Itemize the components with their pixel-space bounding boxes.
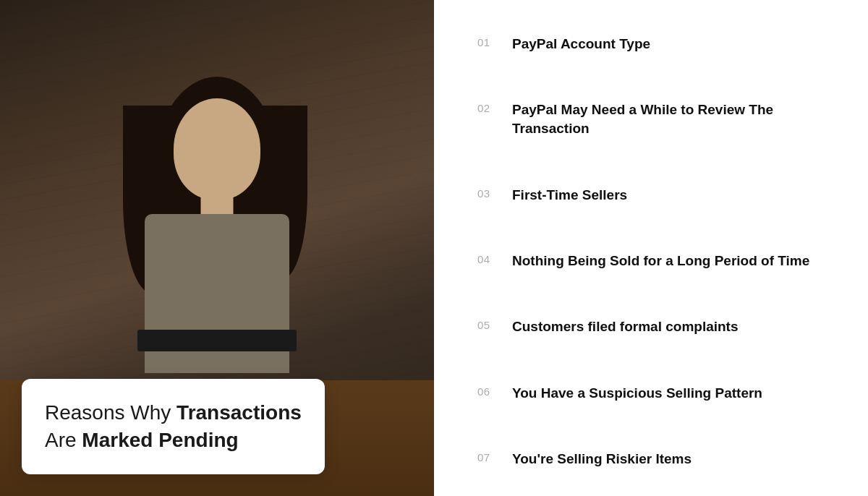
list-item: 05Customers filed formal complaints — [477, 312, 832, 342]
face — [174, 98, 260, 200]
list-item: 07You're Selling Riskier Items — [477, 444, 832, 474]
right-panel: 01PayPal Account Type02PayPal May Need a… — [434, 0, 868, 496]
caption-bold1: Transactions — [176, 401, 302, 424]
item-text: PayPal Account Type — [512, 35, 650, 54]
item-number: 05 — [477, 317, 498, 331]
item-text: You're Selling Riskier Items — [512, 450, 692, 469]
list-item: 01PayPal Account Type — [477, 29, 832, 59]
laptop — [137, 330, 297, 351]
list-item: 02PayPal May Need a While to Review The … — [477, 95, 832, 143]
caption-middle: Are — [45, 429, 82, 451]
item-text: PayPal May Need a While to Review The Tr… — [512, 101, 832, 137]
item-number: 06 — [477, 384, 498, 398]
caption-text: Reasons Why Transactions Are Marked Pend… — [45, 399, 302, 454]
list-item: 04Nothing Being Sold for a Long Period o… — [477, 246, 832, 276]
list-item: 06You Have a Suspicious Selling Pattern — [477, 378, 832, 409]
list-item: 03First-Time Sellers — [477, 180, 832, 210]
caption-prefix: Reasons Why — [45, 401, 176, 424]
item-text: First-Time Sellers — [512, 186, 627, 205]
item-number: 02 — [477, 101, 498, 114]
item-number: 07 — [477, 450, 498, 463]
item-number: 03 — [477, 186, 498, 200]
caption-bold2: Marked Pending — [82, 429, 238, 451]
caption-box: Reasons Why Transactions Are Marked Pend… — [22, 379, 325, 474]
left-panel: Reasons Why Transactions Are Marked Pend… — [0, 0, 434, 496]
person-figure — [109, 77, 326, 388]
item-text: Nothing Being Sold for a Long Period of … — [512, 252, 809, 270]
item-number: 01 — [477, 35, 498, 48]
item-text: You Have a Suspicious Selling Pattern — [512, 384, 762, 403]
item-text: Customers filed formal complaints — [512, 317, 739, 336]
item-number: 04 — [477, 252, 498, 265]
